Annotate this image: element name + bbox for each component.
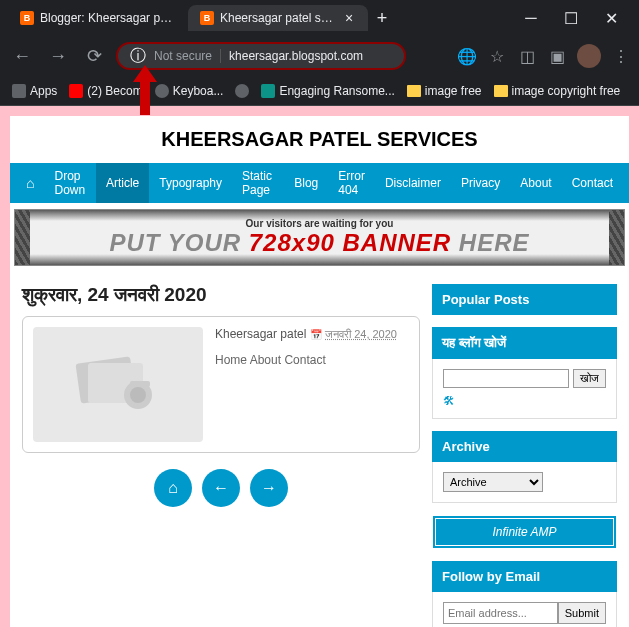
post-meta: Kheersagar patel 📅 जनवरी 24, 2020 Home A… — [215, 327, 409, 442]
apps-icon — [12, 84, 26, 98]
post-card[interactable]: Kheersagar patel 📅 जनवरी 24, 2020 Home A… — [22, 316, 420, 453]
profile-avatar[interactable] — [577, 44, 601, 68]
nav-article[interactable]: Article — [96, 163, 149, 203]
widget-header: Archive — [432, 431, 617, 462]
back-button[interactable]: ← — [8, 42, 36, 70]
folder-icon — [494, 85, 508, 97]
settings-icon[interactable]: 🛠 — [443, 394, 606, 408]
pager-home-button[interactable]: ⌂ — [154, 469, 192, 507]
submit-button[interactable]: Submit — [558, 602, 606, 624]
ad-banner[interactable]: Our visitors are waiting for you PUT YOU… — [14, 209, 625, 266]
nav-blog[interactable]: Blog — [284, 163, 328, 203]
tab-bar: B Blogger: Kheersagar patel servic B Khe… — [0, 0, 639, 36]
extension-icon-2[interactable]: ▣ — [547, 46, 567, 66]
nav-disclaimer[interactable]: Disclaimer — [375, 163, 451, 203]
archive-select[interactable]: Archive — [443, 472, 543, 492]
maximize-button[interactable]: ☐ — [559, 6, 583, 30]
popular-posts-widget: Popular Posts — [432, 284, 617, 315]
browser-tab-1[interactable]: B Kheersagar patel services × — [188, 5, 368, 31]
post-excerpt: Home About Contact — [215, 353, 409, 367]
youtube-icon — [69, 84, 83, 98]
post-author: Kheersagar patel 📅 जनवरी 24, 2020 — [215, 327, 409, 341]
email-input[interactable] — [443, 602, 558, 624]
content-column: शुक्रवार, 24 जनवरी 2020 Kheersagar p — [22, 284, 420, 627]
url-text: kheersagar.blogspot.com — [229, 49, 363, 63]
banner-title: PUT YOUR 728x90 BANNER HERE — [35, 229, 604, 257]
close-icon[interactable]: × — [342, 11, 356, 25]
browser-tab-0[interactable]: B Blogger: Kheersagar patel servic — [8, 5, 188, 31]
pager-next-button[interactable]: → — [250, 469, 288, 507]
amp-label: Infinite AMP — [492, 525, 556, 539]
minimize-button[interactable]: ─ — [519, 6, 543, 30]
search-input[interactable] — [443, 369, 569, 388]
window-controls: ─ ☐ ✕ — [519, 6, 631, 30]
nav-static[interactable]: Static Page — [232, 163, 284, 203]
translate-icon[interactable]: 🌐 — [457, 46, 477, 66]
nav-contact[interactable]: Contact — [562, 163, 623, 203]
tab-title: Blogger: Kheersagar patel servic — [40, 11, 176, 25]
widget-header: Follow by Email — [432, 561, 617, 592]
page-content: KHEERSAGAR PATEL SERVICES ⌂ Drop Down Ar… — [10, 116, 629, 627]
star-icon[interactable]: ☆ — [487, 46, 507, 66]
email-form: Submit — [443, 602, 606, 624]
nav-typography[interactable]: Typography — [149, 163, 232, 203]
nav-error[interactable]: Error 404 — [328, 163, 375, 203]
blogger-favicon: B — [200, 11, 214, 25]
security-status: Not secure — [154, 49, 221, 63]
follow-email-widget: Follow by Email Submit — [432, 561, 617, 627]
pager: ⌂ ← → — [22, 469, 420, 507]
extension-icon[interactable]: ◫ — [517, 46, 537, 66]
main-navbar: ⌂ Drop Down Article Typography Static Pa… — [10, 163, 629, 203]
bookmark-item[interactable]: Engaging Ransome... — [261, 84, 394, 98]
browser-chrome: B Blogger: Kheersagar patel servic B Khe… — [0, 0, 639, 106]
amp-banner[interactable]: Infinite AMP — [432, 515, 617, 549]
page-viewport[interactable]: KHEERSAGAR PATEL SERVICES ⌂ Drop Down Ar… — [0, 106, 639, 627]
widget-body: खोज 🛠 — [432, 359, 617, 419]
apps-bookmark[interactable]: Apps — [12, 84, 57, 98]
search-button[interactable]: खोज — [573, 369, 606, 388]
forward-button[interactable]: → — [44, 42, 72, 70]
main-area: शुक्रवार, 24 जनवरी 2020 Kheersagar p — [10, 272, 629, 627]
bookmark-folder[interactable]: image copyright free — [494, 84, 621, 98]
banner-subtitle: Our visitors are waiting for you — [35, 218, 604, 229]
svg-rect-4 — [130, 381, 150, 387]
nav-privacy[interactable]: Privacy — [451, 163, 510, 203]
bookmarks-bar: Apps (2) Becom Keyboa... Engaging Ransom… — [0, 76, 639, 106]
widget-body: Archive — [432, 462, 617, 503]
blogger-favicon: B — [20, 11, 34, 25]
search-widget: यह ब्लॉग खोजें खोज 🛠 — [432, 327, 617, 419]
nav-home[interactable]: ⌂ — [16, 163, 44, 203]
sidebar-column: Popular Posts यह ब्लॉग खोजें खोज 🛠 A — [432, 284, 617, 627]
reload-button[interactable]: ⟳ — [80, 42, 108, 70]
bookmark-item[interactable] — [235, 84, 249, 98]
site-icon — [261, 84, 275, 98]
bookmark-item[interactable]: (2) Becom — [69, 84, 142, 98]
post-date: जनवरी 24, 2020 — [325, 328, 397, 340]
search-form: खोज — [443, 369, 606, 388]
site-icon — [235, 84, 249, 98]
widget-body: Submit — [432, 592, 617, 627]
tab-title: Kheersagar patel services — [220, 11, 336, 25]
pager-prev-button[interactable]: ← — [202, 469, 240, 507]
info-icon[interactable]: ⓘ — [130, 46, 146, 67]
date-heading: शुक्रवार, 24 जनवरी 2020 — [22, 284, 420, 306]
svg-point-3 — [130, 387, 146, 403]
menu-icon[interactable]: ⋮ — [611, 46, 631, 66]
widget-header: यह ब्लॉग खोजें — [432, 327, 617, 359]
nav-dropdown[interactable]: Drop Down — [44, 163, 95, 203]
placeholder-image-icon — [68, 345, 168, 425]
calendar-icon: 📅 — [310, 329, 322, 340]
site-icon — [155, 84, 169, 98]
site-title: KHEERSAGAR PATEL SERVICES — [10, 116, 629, 163]
folder-icon — [407, 85, 421, 97]
address-row: ← → ⟳ ⓘ Not secure kheersagar.blogspot.c… — [0, 36, 639, 76]
close-window-button[interactable]: ✕ — [599, 6, 623, 30]
bookmark-item[interactable]: Keyboa... — [155, 84, 224, 98]
widget-header: Popular Posts — [432, 284, 617, 315]
archive-widget: Archive Archive — [432, 431, 617, 503]
nav-about[interactable]: About — [510, 163, 561, 203]
toolbar-right: 🌐 ☆ ◫ ▣ ⋮ — [457, 44, 631, 68]
new-tab-button[interactable]: + — [368, 4, 396, 32]
bookmark-folder[interactable]: image free — [407, 84, 482, 98]
address-bar[interactable]: ⓘ Not secure kheersagar.blogspot.com — [116, 42, 406, 70]
